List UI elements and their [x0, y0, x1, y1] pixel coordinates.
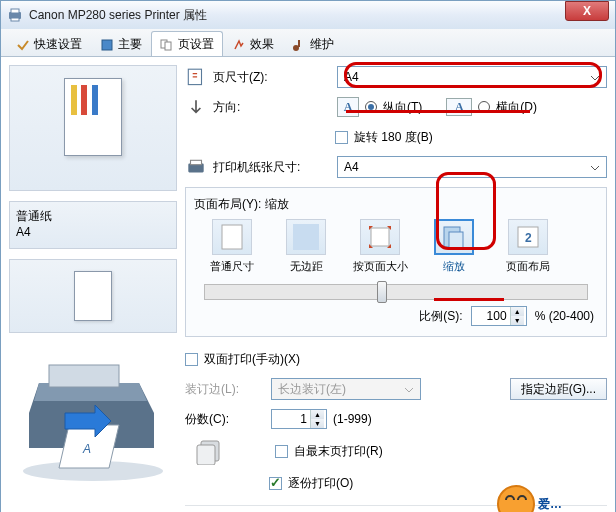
- page-preview: [9, 65, 177, 191]
- window-title: Canon MP280 series Printer 属性: [29, 7, 609, 24]
- close-button[interactable]: X: [565, 1, 609, 21]
- landscape-radio-label: 横向(D): [496, 99, 537, 116]
- svg-rect-16: [371, 228, 389, 246]
- mini-preview: [9, 259, 177, 333]
- svg-rect-13: [191, 160, 202, 164]
- copies-label: 份数(C):: [185, 411, 265, 428]
- layout-opt-fit-to-page[interactable]: 按页面大小: [352, 219, 408, 274]
- page-size-select[interactable]: A4: [337, 66, 607, 88]
- svg-rect-15: [293, 224, 319, 250]
- layout-opt-normal[interactable]: 普通尺寸: [204, 219, 260, 274]
- chevron-down-icon: [588, 71, 602, 85]
- duplex-label: 双面打印(手动)(X): [204, 351, 300, 368]
- print-from-last-checkbox[interactable]: [275, 445, 288, 458]
- spinner-down[interactable]: ▼: [511, 316, 524, 325]
- spinner-up[interactable]: ▲: [511, 307, 524, 316]
- svg-rect-7: [298, 40, 300, 47]
- orientation-landscape-radio[interactable]: [478, 101, 490, 113]
- layout-opt-page-layout[interactable]: 2页面布局: [500, 219, 556, 274]
- tab-effects[interactable]: 效果: [223, 31, 283, 56]
- paper-type-label: 普通纸: [16, 208, 170, 225]
- svg-rect-9: [49, 365, 119, 387]
- printer-icon: [7, 7, 23, 23]
- copies-spinner[interactable]: ▲▼: [271, 409, 327, 429]
- orientation-label: 方向:: [213, 99, 331, 116]
- landscape-a-icon: A: [446, 98, 472, 116]
- printer-properties-dialog: Canon MP280 series Printer 属性 X 快速设置 主要 …: [0, 0, 616, 512]
- page-size-label: 页尺寸(Z):: [213, 69, 331, 86]
- collate-label: 逐份打印(O): [288, 475, 353, 492]
- duplex-checkbox[interactable]: [185, 353, 198, 366]
- copies-input[interactable]: [272, 412, 310, 426]
- scale-spinner[interactable]: ▲▼: [471, 306, 527, 326]
- tab-strip: 快速设置 主要 页设置 效果 维护: [1, 29, 615, 57]
- specify-margin-button[interactable]: 指定边距(G)...: [510, 378, 607, 400]
- copies-icon: [195, 437, 229, 465]
- layout-opt-borderless[interactable]: 无边距: [278, 219, 334, 274]
- svg-rect-14: [222, 225, 242, 249]
- printer-paper-select[interactable]: A4: [337, 156, 607, 178]
- svg-rect-5: [165, 42, 171, 50]
- svg-text:2: 2: [525, 231, 532, 245]
- scale-label: 比例(S):: [419, 308, 462, 325]
- spinner-down[interactable]: ▼: [311, 419, 324, 428]
- chevron-down-icon: [588, 161, 602, 175]
- tab-page-setup[interactable]: 页设置: [151, 31, 223, 56]
- portrait-radio-label: 纵向(T): [383, 99, 422, 116]
- tab-maintenance[interactable]: 维护: [283, 31, 343, 56]
- tab-quick-setup[interactable]: 快速设置: [7, 31, 91, 56]
- layout-scrollbar[interactable]: [204, 284, 588, 300]
- collate-checkbox[interactable]: [269, 477, 282, 490]
- layout-section-label: 页面布局(Y): 缩放: [194, 196, 598, 213]
- binding-select: 长边装订(左): [271, 378, 421, 400]
- layout-section: 页面布局(Y): 缩放 普通尺寸 无边距 按页面大小 缩放 2页面布局 比例(S…: [185, 187, 607, 337]
- svg-text:A: A: [82, 442, 91, 456]
- spinner-up[interactable]: ▲: [311, 410, 324, 419]
- title-bar: Canon MP280 series Printer 属性 X: [1, 1, 615, 29]
- paper-size-label: A4: [16, 225, 170, 239]
- svg-rect-3: [102, 40, 112, 50]
- page-size-icon: [185, 67, 207, 87]
- printer-illustration: A: [9, 343, 177, 499]
- binding-label: 装订边(L):: [185, 381, 265, 398]
- svg-rect-22: [197, 445, 215, 465]
- svg-rect-1: [11, 9, 19, 13]
- scale-suffix: % (20-400): [535, 309, 594, 323]
- svg-rect-18: [449, 232, 463, 248]
- orientation-portrait-radio[interactable]: [365, 101, 377, 113]
- print-from-last-label: 自最末页打印(R): [294, 443, 383, 460]
- printer-paper-icon: [185, 157, 207, 177]
- rotate-180-checkbox[interactable]: [335, 131, 348, 144]
- orientation-icon: [185, 97, 207, 117]
- chevron-down-icon: [402, 383, 416, 397]
- portrait-a-icon: A: [337, 97, 359, 117]
- tab-main[interactable]: 主要: [91, 31, 151, 56]
- scale-input[interactable]: [472, 309, 510, 323]
- paper-info: 普通纸 A4: [9, 201, 177, 249]
- layout-opt-scaled[interactable]: 缩放: [426, 219, 482, 274]
- svg-rect-2: [11, 18, 19, 21]
- copies-range: (1-999): [333, 412, 372, 426]
- rotate-180-label: 旋转 180 度(B): [354, 129, 433, 146]
- printer-paper-label: 打印机纸张尺寸:: [213, 159, 331, 176]
